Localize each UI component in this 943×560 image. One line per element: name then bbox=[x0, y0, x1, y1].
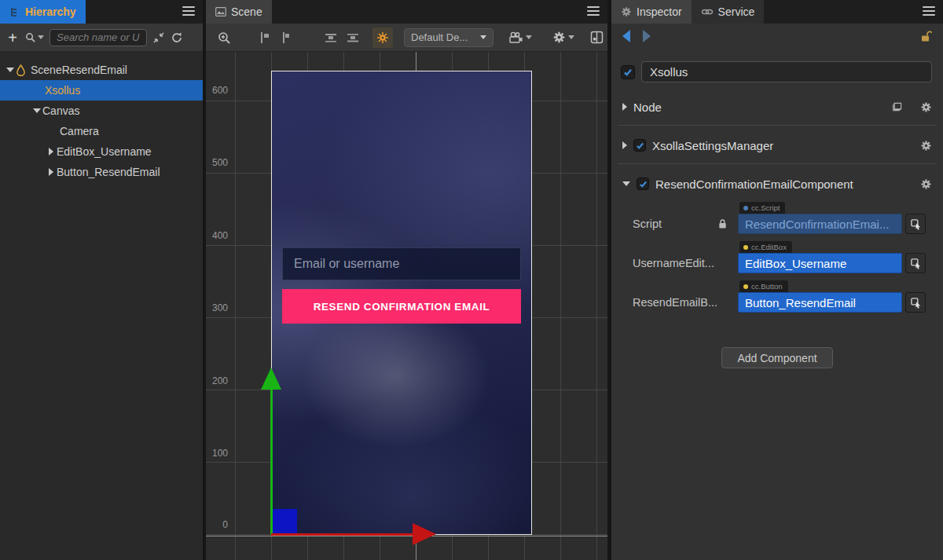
node-name-input[interactable] bbox=[641, 61, 932, 82]
reference-picker-button[interactable] bbox=[905, 292, 926, 313]
add-component-button[interactable]: Add Component bbox=[721, 347, 833, 368]
tree-node-xsollus[interactable]: Xsollus bbox=[0, 80, 203, 101]
component-enabled-checkbox[interactable] bbox=[633, 139, 646, 152]
editbox-placeholder-text: Email or username bbox=[294, 257, 399, 270]
tree-node-canvas[interactable]: Canvas bbox=[0, 101, 203, 121]
tab-scene[interactable]: Scene bbox=[206, 0, 272, 24]
check-icon bbox=[623, 68, 633, 77]
scene-panel: Scene bbox=[206, 0, 607, 560]
reference-picker-button[interactable] bbox=[905, 214, 926, 234]
caret-right-icon[interactable] bbox=[622, 103, 627, 111]
type-badge-label: cc.EditBox bbox=[751, 243, 787, 251]
button-reference-field[interactable]: Button_ResendEmail bbox=[738, 292, 902, 313]
align-top-button[interactable] bbox=[324, 31, 338, 45]
gear-icon[interactable] bbox=[920, 101, 932, 113]
tree-node-button-resendemail[interactable]: Button_ResendEmail bbox=[0, 162, 203, 182]
sun-gizmo-icon bbox=[376, 31, 389, 44]
resend-button-label: RESEND CONFIRMATION EMAIL bbox=[314, 301, 490, 313]
scene-asset-icon bbox=[16, 64, 26, 76]
tab-service[interactable]: Service bbox=[692, 0, 765, 24]
history-forward-icon[interactable] bbox=[643, 30, 651, 42]
service-tab-label: Service bbox=[718, 5, 755, 18]
type-badge: cc.Button bbox=[739, 280, 788, 292]
search-mode-caret-icon bbox=[38, 35, 44, 39]
component-enabled-checkbox[interactable] bbox=[637, 178, 649, 190]
lock-icon bbox=[717, 218, 728, 229]
tree-node-label: Xsollus bbox=[45, 84, 80, 97]
ruler-label: 0 bbox=[206, 519, 228, 530]
zoom-tool-button[interactable] bbox=[217, 31, 231, 45]
tab-hierarchy[interactable]: Hierarchy bbox=[0, 0, 86, 24]
property-label: Script bbox=[633, 218, 717, 234]
gear-icon[interactable] bbox=[920, 140, 932, 152]
gear-icon[interactable] bbox=[920, 178, 932, 190]
design-resolution-dropdown[interactable]: Default De... bbox=[404, 28, 494, 47]
caret-right-icon[interactable] bbox=[49, 168, 53, 176]
editbox-reference-field[interactable]: EditBox_Username bbox=[738, 253, 902, 273]
caret-right-icon[interactable] bbox=[622, 141, 627, 149]
tree-node-label: Camera bbox=[60, 125, 99, 137]
caret-right-icon[interactable] bbox=[49, 148, 53, 156]
component-resend-confirmation-email[interactable]: ResendConfirmationEmailComponent bbox=[611, 174, 943, 194]
search-icon bbox=[24, 31, 36, 43]
scene-settings-dropdown[interactable] bbox=[552, 31, 574, 44]
hierarchy-toolbar: + bbox=[0, 24, 203, 52]
zoom-magnifier-icon bbox=[217, 31, 231, 45]
inspector-panel-menu-icon[interactable] bbox=[923, 6, 935, 16]
caret-down-icon[interactable] bbox=[6, 68, 14, 72]
hierarchy-panel-menu-icon[interactable] bbox=[182, 6, 195, 16]
tab-inspector[interactable]: Inspector bbox=[611, 0, 692, 24]
dropdown-caret-icon bbox=[480, 35, 486, 39]
scene-panel-menu-icon[interactable] bbox=[587, 6, 600, 16]
hierarchy-tabbar: Hierarchy bbox=[0, 0, 203, 24]
align-middle-v-button[interactable] bbox=[346, 31, 360, 45]
component-xsolla-settings-manager[interactable]: XsollaSettingsManager bbox=[611, 135, 943, 156]
component-name: XsollaSettingsManager bbox=[652, 139, 773, 152]
caret-down-icon[interactable] bbox=[622, 181, 630, 186]
hierarchy-panel: Hierarchy + bbox=[0, 0, 203, 560]
type-badge-label: cc.Script bbox=[751, 203, 780, 212]
gizmo-toggle-button[interactable] bbox=[372, 27, 393, 48]
camera-preview-dropdown[interactable] bbox=[508, 31, 532, 45]
tree-node-editbox-username[interactable]: EditBox_Username bbox=[0, 141, 203, 162]
collapse-all-icon[interactable] bbox=[152, 31, 165, 44]
align-middle-v-icon bbox=[346, 31, 360, 45]
tree-node-camera[interactable]: Camera bbox=[0, 121, 203, 141]
gizmo-x-axis-arrowhead[interactable] bbox=[413, 523, 436, 545]
node-section-header[interactable]: Node bbox=[611, 97, 943, 117]
align-left-button[interactable] bbox=[258, 31, 272, 45]
docs-book-icon[interactable] bbox=[890, 101, 903, 113]
design-resolution-value: Default De... bbox=[411, 31, 468, 43]
reference-picker-button[interactable] bbox=[905, 253, 926, 273]
scene-viewport[interactable]: 600 500 400 300 200 100 0 Email or usern… bbox=[206, 52, 607, 560]
gizmo-y-axis-arrowhead[interactable] bbox=[261, 368, 281, 390]
design-canvas[interactable]: Email or username RESEND CONFIRMATION EM… bbox=[271, 71, 532, 535]
component-name: ResendConfirmationEmailComponent bbox=[655, 178, 853, 191]
align-center-h-button[interactable] bbox=[278, 31, 292, 45]
align-center-h-icon bbox=[278, 31, 292, 45]
node-active-checkbox[interactable] bbox=[621, 65, 635, 79]
create-node-button[interactable]: + bbox=[6, 30, 19, 46]
script-reference-field[interactable]: ResendConfirmationEmai... bbox=[738, 214, 902, 234]
picker-cursor-icon bbox=[910, 297, 922, 309]
scene-tab-label: Scene bbox=[231, 5, 262, 18]
gizmo-x-axis[interactable] bbox=[271, 533, 413, 536]
align-top-icon bbox=[324, 31, 338, 45]
history-back-icon[interactable] bbox=[622, 30, 630, 42]
section-divider bbox=[618, 163, 937, 164]
property-row-script: Script cc.Script ResendConfirmationEmai.… bbox=[633, 202, 926, 234]
scene-view-icon bbox=[215, 7, 226, 16]
layout-grid-button[interactable] bbox=[590, 31, 604, 44]
unlock-icon[interactable] bbox=[919, 30, 932, 42]
search-input[interactable] bbox=[50, 29, 147, 46]
scene-resend-email-button[interactable]: RESEND CONFIRMATION EMAIL bbox=[282, 289, 521, 324]
tree-node-scene-root[interactable]: SceneResendEmail bbox=[0, 60, 203, 80]
gear-icon bbox=[552, 31, 566, 44]
search-filter-button[interactable] bbox=[24, 31, 44, 43]
ruler-label: 600 bbox=[206, 85, 228, 96]
scene-editbox-username[interactable]: Email or username bbox=[282, 247, 521, 280]
gizmo-origin-handle[interactable] bbox=[273, 509, 297, 533]
refresh-icon[interactable] bbox=[171, 31, 183, 44]
caret-down-icon[interactable] bbox=[33, 108, 41, 113]
inspector-tabbar: Inspector Service bbox=[611, 0, 943, 24]
